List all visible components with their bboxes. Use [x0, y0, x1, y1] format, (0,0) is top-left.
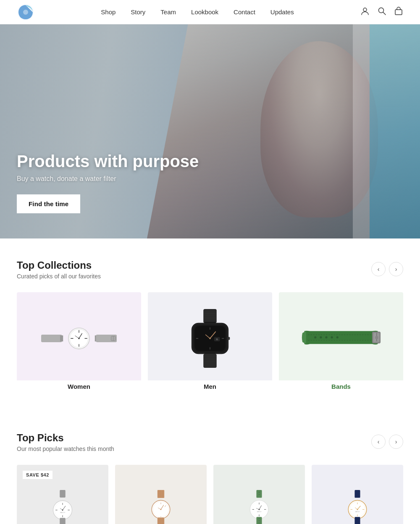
chevron-left-icon: ‹: [378, 266, 380, 272]
svg-point-1: [23, 10, 28, 15]
collection-women-bg: [17, 292, 141, 380]
collection-card-bands[interactable]: Bands: [279, 292, 403, 398]
nav-links: Shop Story Team Lookbook Contact Updates: [101, 8, 294, 16]
nav-contact[interactable]: Contact: [234, 8, 255, 16]
collections-next-button[interactable]: ›: [389, 262, 403, 276]
picks-next-button[interactable]: ›: [389, 435, 403, 449]
svg-text:WATCH: WATCH: [355, 511, 360, 513]
nav-shop[interactable]: Shop: [101, 8, 116, 16]
svg-text:31: 31: [216, 338, 218, 341]
svg-rect-53: [60, 490, 66, 498]
save-badge-1: SAVE $42: [23, 471, 52, 479]
chevron-left-icon: ‹: [378, 438, 380, 445]
pick-card-2[interactable]: [115, 465, 207, 524]
collection-card-men[interactable]: 31 Men: [148, 292, 272, 398]
picks-prev-button[interactable]: ‹: [371, 435, 386, 449]
bands-image: [299, 324, 383, 353]
collections-carousel-controls: ‹ ›: [371, 262, 403, 276]
hero-section: Products with purpose Buy a watch, donat…: [0, 24, 420, 238]
svg-point-104: [259, 522, 260, 524]
svg-rect-118: [354, 517, 360, 524]
collection-men-label: Men: [204, 383, 216, 390]
pick-card-1[interactable]: SAVE $42 WATCH: [17, 465, 108, 524]
collection-women-label: Women: [68, 383, 90, 390]
svg-point-49: [320, 336, 322, 338]
svg-point-50: [325, 336, 327, 338]
svg-text:WATCH: WATCH: [257, 511, 262, 513]
search-icon[interactable]: [377, 6, 386, 18]
men-watch-image: 31: [181, 309, 239, 368]
nav-lookbook[interactable]: Lookbook: [191, 8, 218, 16]
logo[interactable]: [17, 3, 34, 21]
svg-rect-5: [395, 10, 402, 15]
svg-point-52: [336, 336, 339, 338]
collections-title: Top Collections: [17, 259, 101, 271]
collection-men-bg: 31: [148, 292, 272, 380]
svg-point-102: [259, 520, 260, 521]
collections-prev-button[interactable]: ‹: [371, 262, 386, 276]
navbar: Shop Story Team Lookbook Contact Updates: [0, 0, 420, 24]
pick-3-image: WATCH: [213, 465, 305, 524]
bag-icon[interactable]: [394, 6, 403, 18]
svg-rect-7: [60, 335, 63, 341]
collections-header: Top Collections Curated picks of all our…: [17, 259, 403, 280]
svg-point-106: [259, 494, 260, 495]
pick-3-watch-svg: WATCH: [240, 490, 278, 524]
hero-accent-2: [353, 24, 370, 238]
collection-bands-bg: [279, 292, 403, 380]
svg-text:WATCH: WATCH: [60, 512, 66, 514]
pick-2-watch-svg: [142, 490, 180, 524]
user-icon[interactable]: [360, 6, 370, 18]
pick-4-watch-svg: WATCH: [339, 490, 376, 524]
hero-cta-button[interactable]: Find the time: [17, 194, 80, 213]
svg-point-51: [331, 336, 333, 338]
collections-subtitle: Curated picks of all our favorites: [17, 273, 101, 280]
hero-subtitle: Buy a watch, donate a water filter: [17, 175, 199, 183]
chevron-right-icon: ›: [395, 266, 397, 272]
picks-title-group: Top Picks Our most popular watches this …: [17, 432, 114, 452]
svg-point-105: [259, 492, 260, 493]
nav-story[interactable]: Story: [131, 8, 145, 16]
svg-rect-35: [228, 337, 230, 340]
svg-rect-90: [256, 490, 262, 498]
chevron-right-icon: ›: [395, 438, 397, 445]
svg-rect-107: [354, 490, 360, 498]
top-collections-section: Top Collections Curated picks of all our…: [0, 238, 420, 411]
svg-point-2: [363, 8, 367, 11]
picks-header: Top Picks Our most popular watches this …: [17, 432, 403, 452]
pick-card-3[interactable]: WATCH: [213, 465, 305, 524]
top-picks-section: Top Picks Our most popular watches this …: [0, 411, 420, 524]
pick-card-4[interactable]: WATCH: [312, 465, 403, 524]
collections-title-group: Top Collections Curated picks of all our…: [17, 259, 101, 280]
svg-rect-37: [203, 354, 217, 368]
picks-grid: SAVE $42 WATCH: [17, 465, 403, 524]
nav-team[interactable]: Team: [160, 8, 176, 16]
collection-bands-label: Bands: [331, 383, 351, 390]
svg-line-4: [383, 12, 386, 15]
women-watch-image: [41, 324, 117, 353]
nav-updates[interactable]: Updates: [270, 8, 294, 16]
pick-4-image: WATCH: [312, 465, 403, 524]
hero-content: Products with purpose Buy a watch, donat…: [0, 152, 215, 238]
hero-title: Products with purpose: [17, 152, 199, 171]
logo-icon: [17, 3, 34, 21]
svg-rect-47: [375, 336, 378, 339]
svg-point-103: [259, 518, 260, 519]
hero-accent: [370, 24, 420, 238]
picks-title: Top Picks: [17, 432, 114, 444]
svg-rect-6: [41, 335, 62, 342]
pick-2-image: [115, 465, 207, 524]
collection-card-women[interactable]: Women: [17, 292, 141, 398]
svg-rect-64: [60, 518, 66, 524]
pick-1-watch-svg: WATCH: [44, 490, 81, 524]
svg-point-48: [314, 336, 316, 338]
collections-grid: Women: [17, 292, 403, 398]
svg-rect-21: [203, 309, 217, 323]
picks-subtitle: Our most popular watches this month: [17, 445, 114, 452]
picks-carousel-controls: ‹ ›: [371, 435, 403, 449]
nav-icon-group: [360, 6, 403, 18]
